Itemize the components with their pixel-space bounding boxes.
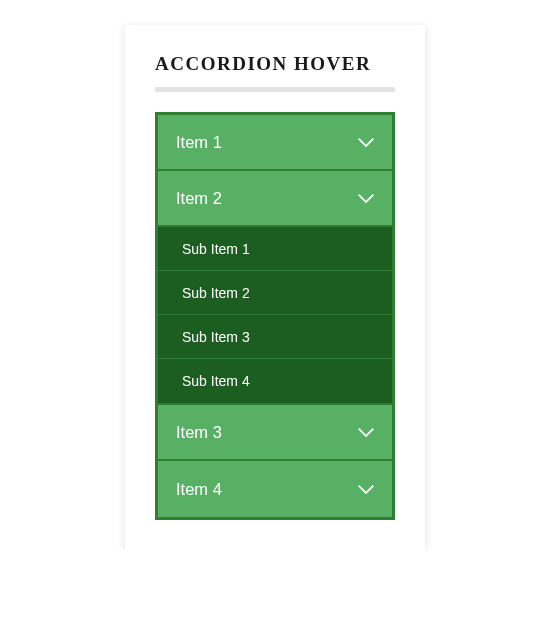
accordion-item-1[interactable]: Item 1 <box>158 115 392 171</box>
accordion-subitem-label: Sub Item 3 <box>182 329 250 345</box>
accordion-subitem-label: Sub Item 2 <box>182 285 250 301</box>
chevron-down-icon <box>358 483 374 495</box>
accordion: Item 1 Item 2 Sub Item 1 Sub Item 2 Sub … <box>155 112 395 520</box>
chevron-down-icon <box>358 426 374 438</box>
accordion-subitem[interactable]: Sub Item 4 <box>158 359 392 403</box>
accordion-item-label: Item 2 <box>176 189 222 208</box>
accordion-subitem[interactable]: Sub Item 2 <box>158 271 392 315</box>
accordion-item-4[interactable]: Item 4 <box>158 461 392 517</box>
accordion-item-label: Item 4 <box>176 480 222 499</box>
accordion-subitem-label: Sub Item 1 <box>182 241 250 257</box>
accordion-subitem-label: Sub Item 4 <box>182 373 250 389</box>
accordion-item-2[interactable]: Item 2 <box>158 171 392 227</box>
accordion-subitem[interactable]: Sub Item 3 <box>158 315 392 359</box>
accordion-item-label: Item 1 <box>176 133 222 152</box>
accordion-subitem[interactable]: Sub Item 1 <box>158 227 392 271</box>
accordion-sublist: Sub Item 1 Sub Item 2 Sub Item 3 Sub Ite… <box>158 227 392 405</box>
chevron-down-icon <box>358 136 374 148</box>
page-title: ACCORDION HOVER <box>155 53 395 75</box>
accordion-card: ACCORDION HOVER Item 1 Item 2 Sub Item 1… <box>125 25 425 550</box>
divider <box>155 87 395 92</box>
accordion-item-3[interactable]: Item 3 <box>158 405 392 461</box>
accordion-item-label: Item 3 <box>176 423 222 442</box>
chevron-down-icon <box>358 192 374 204</box>
